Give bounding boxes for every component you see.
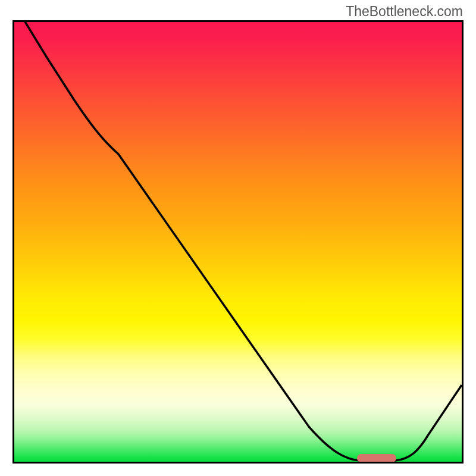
- chart-container: TheBottleneck.com: [0, 0, 476, 476]
- optimal-marker: [357, 454, 396, 462]
- chart-svg: [14, 22, 462, 462]
- attribution-text: TheBottleneck.com: [346, 4, 463, 20]
- bottleneck-curve: [14, 22, 462, 461]
- plot-area: [12, 20, 464, 464]
